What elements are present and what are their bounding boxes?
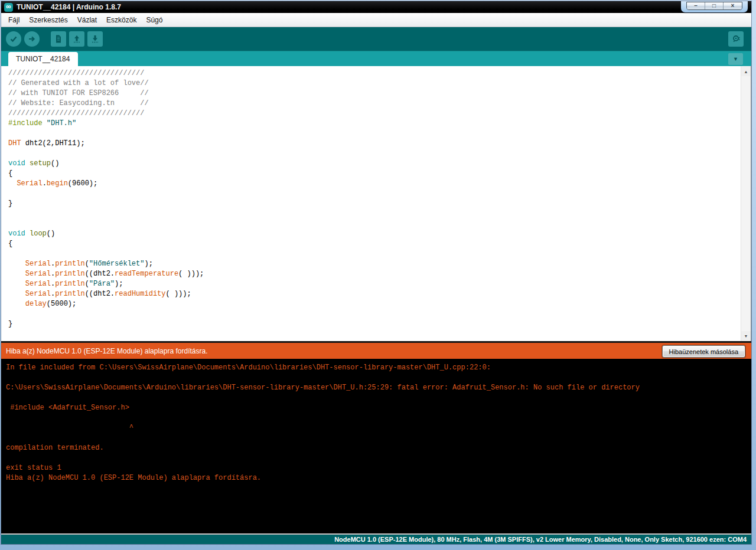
console-line: #include <Adafruit_Sensor.h>	[6, 403, 747, 413]
error-status-bar: Hiba a(z) NodeMCU 1.0 (ESP-12E Module) a…	[1, 341, 751, 359]
menu-file[interactable]: Fájl	[4, 14, 24, 27]
open-sketch-button[interactable]	[69, 31, 84, 47]
error-message: Hiba a(z) NodeMCU 1.0 (ESP-12E Module) a…	[6, 347, 207, 355]
arduino-logo-icon: ∞	[4, 3, 13, 12]
check-icon	[9, 34, 18, 44]
code-line: Serial.begin(9600);	[8, 179, 751, 189]
menu-bar: Fájl Szerkesztés Vázlat Eszközök Súgó	[1, 13, 751, 27]
toolbar	[1, 27, 751, 51]
minimize-button[interactable]: –	[687, 2, 705, 9]
new-sketch-button[interactable]	[51, 31, 66, 47]
tab-bar: TUNIOT__42184 ▼	[1, 51, 751, 66]
console-output[interactable]: In file included from C:\Users\SwissAirp…	[1, 359, 751, 533]
tab-label: TUNIOT__42184	[16, 55, 70, 63]
code-line	[8, 219, 751, 229]
window-controls: – □ ×	[681, 1, 748, 12]
code-line: }	[8, 319, 751, 329]
code-line: void setup()	[8, 159, 751, 169]
editor-scrollbar[interactable]: ▲ ▼	[741, 66, 751, 341]
arrow-up-tray-icon	[72, 34, 82, 44]
console-line: C:\Users\SwissAirplane\Documents\Arduino…	[6, 383, 747, 393]
console-line	[6, 393, 747, 403]
menu-sketch[interactable]: Vázlat	[73, 14, 102, 27]
serial-monitor-icon	[731, 34, 741, 44]
code-line: delay(5000);	[8, 299, 751, 309]
code-line: ////////////////////////////////	[8, 109, 751, 119]
console-line: In file included from C:\Users\SwissAirp…	[6, 363, 747, 373]
title-bar[interactable]: ∞ TUNIOT__42184 | Arduino 1.8.7 – □ ×	[1, 1, 751, 13]
arrow-right-icon	[27, 34, 37, 44]
save-sketch-button[interactable]	[87, 31, 103, 47]
scroll-up-button[interactable]: ▲	[741, 67, 751, 76]
code-line: // with TUNIOT FOR ESP8266 //	[8, 89, 751, 99]
code-line: ////////////////////////////////	[8, 68, 751, 78]
console-line	[6, 453, 747, 463]
code-line: {	[8, 239, 751, 249]
code-line	[8, 209, 751, 219]
chevron-down-icon: ▼	[733, 57, 738, 62]
code-line: Serial.println("Pára");	[8, 279, 751, 289]
verify-button[interactable]	[6, 31, 21, 47]
code-line	[8, 309, 751, 319]
menu-edit[interactable]: Szerkesztés	[24, 14, 72, 27]
new-document-icon	[54, 34, 63, 44]
code-line: // Website: Easycoding.tn //	[8, 99, 751, 109]
code-editor[interactable]: ////////////////////////////////// Gener…	[1, 66, 751, 341]
scroll-down-button[interactable]: ▼	[741, 331, 751, 341]
code-line: Serial.println((dht2.readHumidity( )));	[8, 289, 751, 299]
code-line: {	[8, 169, 751, 179]
copy-error-button[interactable]: Hibaüzenetek másolása	[662, 345, 745, 358]
code-line: }	[8, 199, 751, 209]
code-line: void loop()	[8, 229, 751, 239]
code-line	[8, 129, 751, 139]
serial-monitor-button[interactable]	[728, 31, 744, 47]
console-line: Hiba a(z) NodeMCU 1.0 (ESP-12E Module) a…	[6, 473, 747, 483]
console-line	[6, 373, 747, 383]
console-line	[6, 413, 747, 423]
menu-help[interactable]: Súgó	[141, 14, 167, 27]
code-line: // Generated with a lot of love//	[8, 78, 751, 89]
code-line: Serial.println((dht2.readTemperature( ))…	[8, 269, 751, 279]
menu-tools[interactable]: Eszközök	[102, 14, 141, 27]
tab-sketch[interactable]: TUNIOT__42184	[8, 52, 78, 66]
editor-code: ////////////////////////////////// Gener…	[1, 66, 751, 329]
arrow-down-tray-icon	[90, 34, 100, 44]
code-line: Serial.println("Hőmérséklet");	[8, 259, 751, 269]
tab-menu-button[interactable]: ▼	[728, 53, 743, 65]
code-line	[8, 189, 751, 199]
upload-button[interactable]	[24, 31, 40, 47]
close-button[interactable]: ×	[724, 2, 742, 9]
arduino-ide-window: ∞ TUNIOT__42184 | Arduino 1.8.7 – □ × Fá…	[1, 1, 751, 544]
code-line: #include "DHT.h"	[8, 119, 751, 129]
console-line	[6, 433, 747, 443]
window-title: TUNIOT__42184 | Arduino 1.8.7	[17, 3, 121, 11]
code-line	[8, 249, 751, 259]
code-line: DHT dht2(2,DHT11);	[8, 139, 751, 149]
console-line: exit status 1	[6, 463, 747, 473]
board-status-bar: NodeMCU 1.0 (ESP-12E Module), 80 MHz, Fl…	[1, 534, 751, 544]
code-line	[8, 149, 751, 159]
console-line: compilation terminated.	[6, 443, 747, 453]
console-line: ^	[6, 423, 747, 433]
maximize-button[interactable]: □	[705, 2, 724, 9]
board-status-text: NodeMCU 1.0 (ESP-12E Module), 80 MHz, Fl…	[334, 536, 747, 543]
